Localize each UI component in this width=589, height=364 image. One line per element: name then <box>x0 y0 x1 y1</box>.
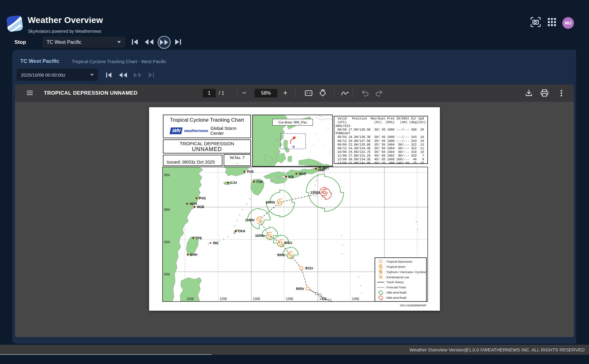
wind-radii-35kt-icon <box>376 290 385 295</box>
lon-label: 125E <box>220 297 227 301</box>
forecast-table-box: Valid Position Max/Gust Pres 35/50kt Dir… <box>334 116 428 164</box>
chart-title-box: Tropical Cyclone Tracking Chart WN weath… <box>163 115 251 138</box>
city-label: PVG <box>199 196 206 200</box>
time-skip-end-button <box>148 72 155 79</box>
printer-icon <box>540 89 549 97</box>
legend-label: : 35kt wind Radii <box>385 291 406 294</box>
extratropical-low-icon <box>376 275 385 279</box>
lat-label: 20N <box>164 272 170 276</box>
lat-label: 30N <box>164 208 170 211</box>
legend-label: : Forecast Track <box>385 286 406 289</box>
forecast-track-icon <box>376 285 385 290</box>
weathernews-logo-text: weathernews <box>184 129 208 133</box>
lon-label: 145E <box>352 297 360 301</box>
track-point-label: 9/00z <box>277 253 285 257</box>
lon-label: 140E <box>319 297 327 301</box>
user-avatar[interactable]: MU <box>562 17 574 29</box>
page-total-label: / 1 <box>219 90 224 96</box>
more-options-button[interactable] <box>557 89 565 98</box>
rewind-icon <box>144 39 154 45</box>
track-point-label: 11/00z <box>245 218 255 222</box>
app-subtitle: SkyAviators powered by Weathernews <box>28 29 101 34</box>
typhoon-icon <box>376 269 385 274</box>
tropical-storm-icon <box>376 264 385 269</box>
chart-title: Tropical Cyclone Tracking Chart <box>164 117 250 123</box>
rotate-button[interactable] <box>319 89 327 98</box>
legend-label: : Typhoon / Hurricane / Cyclone <box>385 270 426 274</box>
track-map: PUS CJU FUK KIX NGO HND NRT PVG HGH NGB … <box>162 167 428 302</box>
zoom-out-button[interactable]: − <box>242 89 246 97</box>
warning-number: W.No. 7 <box>224 155 250 161</box>
rewind-button[interactable] <box>144 39 154 46</box>
stop-button[interactable]: Stop <box>11 36 29 48</box>
warning-number-box: W.No. 7 - <box>224 154 251 166</box>
screenshot-button[interactable] <box>530 17 541 28</box>
wind-radii-50kt-icon <box>376 295 385 300</box>
pdf-viewer-scroll-area[interactable]: Tropical Cyclone Tracking Chart WN weath… <box>15 102 574 337</box>
fit-width-button[interactable] <box>305 89 313 98</box>
global-storm-center-label: Global Storm Center <box>210 126 250 136</box>
weathernews-logo-mark: WN <box>170 127 183 134</box>
skip-end-button[interactable] <box>174 39 182 46</box>
sidebar-toggle-button[interactable] <box>27 89 33 96</box>
track-point-label: 8/12z <box>305 266 313 270</box>
screenshot-camera-icon <box>530 17 541 28</box>
datetime-select[interactable]: 2025/10/08 00:00:00z <box>17 69 98 81</box>
city-label: NGO <box>299 172 306 176</box>
ink-pen-icon <box>341 89 349 97</box>
apps-grid-button[interactable] <box>547 17 556 28</box>
divider <box>295 89 295 98</box>
storm-name-box: TROPICAL DEPRESSION UNNAMED <box>163 139 251 154</box>
footer-divider-line <box>0 354 212 355</box>
city-label: NGB <box>197 205 204 209</box>
city-label: FUK <box>256 180 263 184</box>
skip-start-icon <box>131 39 139 45</box>
divider <box>334 89 334 98</box>
skip-end-icon <box>174 39 182 45</box>
city-label: KHH <box>190 253 197 256</box>
pdf-doc-title: TROPICAL DEPRESSION UNNAMED <box>44 90 137 96</box>
city-label: HGH <box>190 202 197 206</box>
city-label: TPE <box>196 236 202 240</box>
divider <box>352 89 353 98</box>
download-button[interactable] <box>525 89 533 98</box>
time-rewind-button[interactable] <box>118 72 128 79</box>
storm-name: UNNAMED <box>164 146 250 153</box>
city-label: NRT <box>322 167 329 170</box>
time-skip-start-button[interactable] <box>106 72 112 79</box>
track-history-icon <box>376 280 385 285</box>
fast-forward-button[interactable] <box>157 36 171 50</box>
lat-label: 35N <box>164 173 170 177</box>
panel-title: TC West Pacific <box>20 58 59 64</box>
rotate-icon <box>319 89 327 97</box>
time-fast-forward-button <box>133 72 142 79</box>
skip-start-button[interactable] <box>131 39 139 46</box>
skip-start-icon <box>106 72 112 78</box>
city-label: ISG <box>213 241 218 245</box>
track-point-label: 13/00z <box>310 191 320 194</box>
zoom-in-button[interactable]: + <box>283 89 287 97</box>
app-window: Weather Overview SkyAviators powered by … <box>0 0 589 364</box>
footer-bar: Weather Overview Version@1.0.0 ©WEATHERN… <box>0 345 589 355</box>
fit-width-icon <box>305 89 313 97</box>
tc-table: Valid Position Max/Gust Pres 35/50kt Dir… <box>336 117 427 165</box>
draw-annotate-button[interactable] <box>341 89 349 98</box>
apps-grid-icon <box>547 17 556 27</box>
map-legend: : Tropical Depression : Tropical Storm :… <box>375 257 427 302</box>
rewind-icon <box>118 72 128 78</box>
track-point-label: 12/00z <box>265 200 275 204</box>
legend-label: : Tropical Depression <box>385 260 412 263</box>
print-button[interactable] <box>540 89 549 98</box>
overview-map: Cur.Area: NW_Pac <box>252 115 333 167</box>
fast-forward-icon <box>133 72 142 78</box>
chevron-down-icon <box>117 41 121 43</box>
area-select[interactable]: TC West Pacific <box>42 36 125 48</box>
page-number-input[interactable] <box>203 89 216 97</box>
pdf-toolbar: TROPICAL DEPRESSION UNNAMED / 1 − 58% + <box>15 85 574 102</box>
area-select-value: TC West Pacific <box>47 40 82 45</box>
issued-box: Issued: 08/03z Oct 2025 <box>163 155 222 166</box>
panel-subtitle: Tropical Cyclone Tracking Chart - West P… <box>72 59 166 64</box>
legend-label: : Extratropical Low <box>385 275 409 279</box>
zoom-level-display[interactable]: 58% <box>255 89 277 97</box>
product-code: GPLC2025089NPWP <box>400 304 426 307</box>
